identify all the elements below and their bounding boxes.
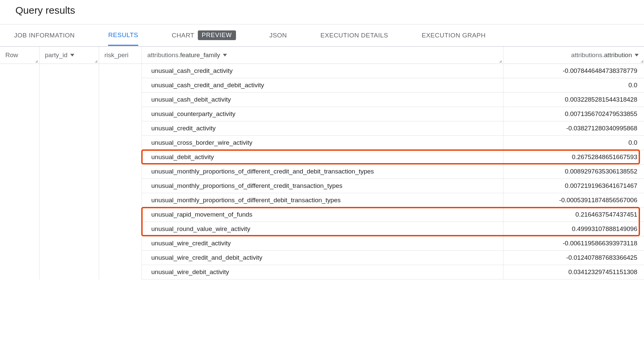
tabs-bar: JOB INFORMATION RESULTS CHART PREVIEW JS… <box>0 24 644 46</box>
cell-risk-peri <box>99 164 142 179</box>
resize-handle-icon[interactable]: ◢ <box>499 59 502 63</box>
cell-feature-family: unusual_wire_credit_and_debit_activity <box>142 251 503 265</box>
cell-feature-family: unusual_round_value_wire_activity <box>142 222 503 236</box>
tab-chart-label: CHART <box>172 32 194 39</box>
cell-row <box>0 193 39 208</box>
cell-attribution: 0.0 <box>503 136 644 150</box>
cell-party-id <box>39 121 99 136</box>
col-header-row[interactable]: Row ◢ <box>0 47 39 64</box>
cell-row <box>0 64 39 78</box>
tab-json[interactable]: JSON <box>269 26 287 45</box>
chevron-down-icon <box>635 54 639 56</box>
col-header-row-label: Row <box>5 51 18 58</box>
cell-party-id <box>39 107 99 121</box>
resize-handle-icon[interactable]: ◢ <box>95 59 98 63</box>
cell-attribution: 0.034123297451151308 <box>503 265 644 279</box>
table-row: unusual_credit_activity-0.03827128034099… <box>0 121 644 136</box>
resize-handle-icon[interactable]: ◢ <box>35 59 38 63</box>
table-row: unusual_cross_border_wire_activity0.0 <box>0 136 644 150</box>
table-row: unusual_cash_debit_activity0.00322852815… <box>0 93 644 107</box>
cell-attribution: -0.038271280340995868 <box>503 121 644 136</box>
cell-risk-peri <box>99 179 142 193</box>
cell-attribution: 0.2164637547437451 <box>503 208 644 222</box>
cell-party-id <box>39 251 99 265</box>
col-header-risk-label: risk_peri <box>104 51 129 58</box>
col-header-feature-family[interactable]: attributions.feature_family ◢ <box>142 47 503 64</box>
cell-feature-family: unusual_credit_activity <box>142 121 503 136</box>
cell-attribution: 0.49993107888149096 <box>503 222 644 236</box>
cell-risk-peri <box>99 265 142 279</box>
table-row: unusual_monthly_proportions_of_different… <box>0 164 644 179</box>
cell-row <box>0 93 39 107</box>
preview-badge: PREVIEW <box>198 30 236 40</box>
cell-party-id <box>39 93 99 107</box>
cell-risk-peri <box>99 136 142 150</box>
cell-row <box>0 164 39 179</box>
cell-risk-peri <box>99 78 142 93</box>
cell-row <box>0 208 39 222</box>
cell-risk-peri <box>99 64 142 78</box>
cell-feature-family: unusual_wire_debit_activity <box>142 265 503 279</box>
cell-risk-peri <box>99 222 142 236</box>
table-row: unusual_wire_debit_activity0.03412329745… <box>0 265 644 279</box>
resize-handle-icon[interactable]: ◢ <box>640 59 643 63</box>
tab-job-information[interactable]: JOB INFORMATION <box>14 26 75 45</box>
table-row: unusual_cash_credit_activity-0.007844648… <box>0 64 644 78</box>
results-table: Row ◢ party_id ◢ risk_peri attributions.… <box>0 46 644 279</box>
cell-party-id <box>39 236 99 251</box>
cell-risk-peri <box>99 193 142 208</box>
cell-feature-family: unusual_cash_debit_activity <box>142 93 503 107</box>
cell-feature-family: unusual_debit_activity <box>142 150 503 164</box>
tab-execution-graph[interactable]: EXECUTION GRAPH <box>422 26 486 45</box>
table-header-row: Row ◢ party_id ◢ risk_peri attributions.… <box>0 47 644 64</box>
cell-party-id <box>39 164 99 179</box>
cell-attribution: 0.0089297635306138552 <box>503 164 644 179</box>
cell-risk-peri <box>99 208 142 222</box>
table-row: unusual_rapid_movement_of_funds0.2164637… <box>0 208 644 222</box>
table-row: unusual_counterparty_activity0.007135670… <box>0 107 644 121</box>
col-header-attribution[interactable]: attributions.attribution ◢ <box>503 47 644 64</box>
cell-party-id <box>39 179 99 193</box>
cell-risk-peri <box>99 107 142 121</box>
cell-feature-family: unusual_cross_border_wire_activity <box>142 136 503 150</box>
cell-feature-family: unusual_rapid_movement_of_funds <box>142 208 503 222</box>
table-row: unusual_monthly_proportions_of_different… <box>0 179 644 193</box>
table-row: unusual_round_value_wire_activity0.49993… <box>0 222 644 236</box>
cell-attribution: -0.00053911874856567006 <box>503 193 644 208</box>
table-row: unusual_cash_credit_and_debit_activity0.… <box>0 78 644 93</box>
cell-feature-family: unusual_cash_credit_activity <box>142 64 503 78</box>
chevron-down-icon <box>70 54 74 56</box>
cell-party-id <box>39 208 99 222</box>
cell-attribution: -0.0078446484738378779 <box>503 64 644 78</box>
cell-attribution: 0.0 <box>503 78 644 93</box>
cell-risk-peri <box>99 93 142 107</box>
cell-row <box>0 265 39 279</box>
cell-attribution: 0.0072191963641671467 <box>503 179 644 193</box>
col-header-party-id-label: party_id <box>45 51 68 59</box>
chevron-down-icon <box>223 54 227 56</box>
table-row: unusual_wire_credit_activity-0.006119586… <box>0 236 644 251</box>
cell-risk-peri <box>99 251 142 265</box>
cell-party-id <box>39 193 99 208</box>
cell-party-id <box>39 222 99 236</box>
col-header-risk-peri[interactable]: risk_peri <box>99 47 142 64</box>
cell-attribution: -0.0061195866393973118 <box>503 236 644 251</box>
cell-feature-family: unusual_monthly_proportions_of_different… <box>142 193 503 208</box>
tab-execution-details[interactable]: EXECUTION DETAILS <box>320 26 388 45</box>
tab-results[interactable]: RESULTS <box>108 25 138 46</box>
tab-chart[interactable]: CHART PREVIEW <box>172 24 236 46</box>
cell-feature-family: unusual_monthly_proportions_of_different… <box>142 164 503 179</box>
cell-row <box>0 78 39 93</box>
cell-row <box>0 179 39 193</box>
table-row: unusual_debit_activity0.2675284865166759… <box>0 150 644 164</box>
table-body: unusual_cash_credit_activity-0.007844648… <box>0 64 644 279</box>
cell-feature-family: unusual_counterparty_activity <box>142 107 503 121</box>
cell-party-id <box>39 136 99 150</box>
cell-row <box>0 251 39 265</box>
col-header-party-id[interactable]: party_id ◢ <box>39 47 99 64</box>
cell-row <box>0 107 39 121</box>
table-row: unusual_wire_credit_and_debit_activity-0… <box>0 251 644 265</box>
cell-party-id <box>39 78 99 93</box>
cell-row <box>0 236 39 251</box>
cell-row <box>0 136 39 150</box>
